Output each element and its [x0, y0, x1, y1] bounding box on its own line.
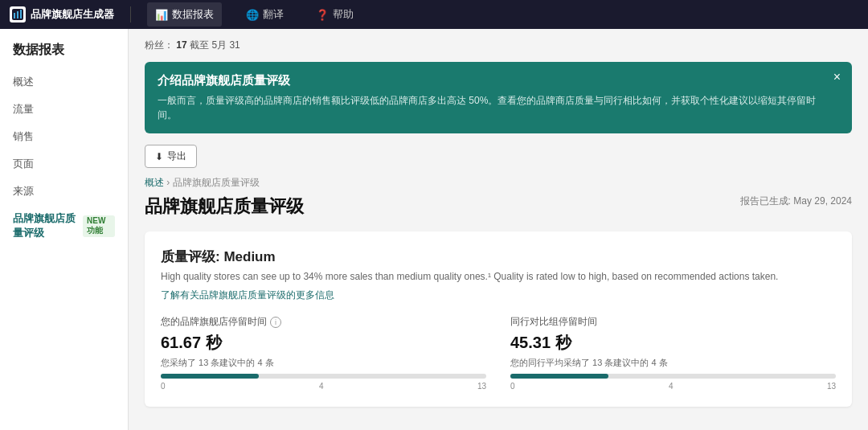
quality-rating-label: 质量评级:	[161, 249, 223, 264]
nav-item-label: 翻译	[263, 7, 284, 22]
progress-max: 13	[827, 382, 836, 391]
nav-item-icon: 🌐	[246, 9, 259, 21]
sidebar-item-sales[interactable]: 销售	[0, 123, 128, 150]
nav-item-data-report[interactable]: 📊 数据报表	[147, 2, 222, 27]
nav-divider	[130, 6, 131, 23]
nav-item-help[interactable]: ❓ 帮助	[308, 2, 362, 27]
sidebar: 数据报表 概述 流量 销售 页面 来源 品牌旗舰店质量评级 NEW功能	[0, 29, 129, 430]
top-navigation: 品牌旗舰店生成器 📊 数据报表 🌐 翻译 ❓ 帮助	[0, 0, 868, 29]
my-store-progress-fill	[161, 374, 259, 379]
sidebar-item-label: 页面	[13, 157, 34, 171]
followers-date: 截至 5月 31	[190, 39, 240, 51]
banner-close-button[interactable]: ×	[833, 70, 841, 84]
svg-rect-3	[20, 10, 22, 18]
peer-store-label-text: 同行对比组停留时间	[510, 315, 597, 329]
peer-store-label: 同行对比组停留时间	[510, 315, 836, 329]
quality-description: High quality stores can see up to 34% mo…	[161, 269, 836, 284]
banner-text: 一般而言，质量评级高的品牌商店的销售额比评级低的品牌商店多出高达 50%。查看您…	[158, 93, 820, 122]
nav-item-label: 数据报表	[172, 7, 214, 22]
sidebar-item-overview[interactable]: 概述	[0, 68, 128, 96]
nav-brand[interactable]: 品牌旗舰店生成器	[10, 6, 114, 23]
export-label: 导出	[167, 149, 186, 163]
quality-learn-more-link[interactable]: 了解有关品牌旗舰店质量评级的更多信息	[161, 289, 334, 302]
progress-min: 0	[161, 382, 166, 391]
intro-banner: 介绍品牌旗舰店质量评级 一般而言，质量评级高的品牌商店的销售额比评级低的品牌商店…	[145, 62, 852, 133]
main-layout: 数据报表 概述 流量 销售 页面 来源 品牌旗舰店质量评级 NEW功能 粉丝： …	[0, 29, 868, 430]
peer-store-progress-labels: 0 4 13	[510, 382, 836, 391]
svg-rect-2	[17, 11, 18, 18]
progress-marker: 4	[319, 382, 324, 391]
peer-store-value: 45.31 秒	[510, 332, 836, 354]
progress-max: 13	[477, 382, 486, 391]
progress-min: 0	[510, 382, 515, 391]
sidebar-item-traffic[interactable]: 流量	[0, 96, 128, 123]
breadcrumb: 概述 › 品牌旗舰店质量评级	[145, 176, 852, 190]
svg-rect-1	[14, 13, 15, 18]
metrics-row: 您的品牌旗舰店停留时间 i 61.67 秒 您采纳了 13 条建议中的 4 条 …	[161, 315, 836, 391]
my-store-progress-bar	[161, 374, 486, 379]
sidebar-item-label: 概述	[13, 75, 34, 89]
report-date: 报告已生成: May 29, 2024	[740, 195, 852, 208]
quality-rating-title: 质量评级: Medium	[161, 248, 836, 266]
breadcrumb-parent[interactable]: 概述	[145, 177, 164, 188]
export-button[interactable]: ⬇ 导出	[145, 145, 197, 168]
followers-label: 粉丝：	[145, 39, 174, 51]
sidebar-item-label: 流量	[13, 102, 34, 117]
toolbar: ⬇ 导出	[145, 145, 852, 168]
my-store-progress-labels: 0 4 13	[161, 382, 486, 391]
my-store-label: 您的品牌旗舰店停留时间 i	[161, 315, 486, 329]
nav-item-translate[interactable]: 🌐 翻译	[238, 2, 292, 27]
page-title: 品牌旗舰店质量评级	[145, 195, 304, 219]
nav-item-icon: 📊	[155, 9, 168, 21]
my-store-label-text: 您的品牌旗舰店停留时间	[161, 315, 267, 329]
peer-store-progress-bar	[510, 374, 836, 379]
main-content: 粉丝： 17 截至 5月 31 介绍品牌旗舰店质量评级 一般而言，质量评级高的品…	[129, 29, 868, 430]
my-store-metric: 您的品牌旗舰店停留时间 i 61.67 秒 您采纳了 13 条建议中的 4 条 …	[161, 315, 486, 391]
nav-item-icon: ❓	[316, 9, 329, 21]
followers-count: 17	[176, 39, 186, 51]
export-icon: ⬇	[155, 151, 163, 162]
progress-marker: 4	[669, 382, 674, 391]
quality-card: 质量评级: Medium High quality stores can see…	[145, 231, 852, 407]
brand-label: 品牌旗舰店生成器	[31, 7, 114, 22]
sidebar-item-quality[interactable]: 品牌旗舰店质量评级 NEW功能	[0, 205, 128, 247]
sidebar-item-source[interactable]: 来源	[0, 178, 128, 205]
peer-store-progress-fill	[510, 374, 608, 379]
breadcrumb-separator: ›	[166, 177, 172, 188]
my-store-value: 61.67 秒	[161, 332, 486, 354]
new-badge: NEW功能	[83, 215, 115, 237]
peer-store-subtitle: 您的同行平均采纳了 13 条建议中的 4 条	[510, 357, 836, 369]
my-store-info-icon[interactable]: i	[270, 317, 281, 328]
quality-rating-value: Medium	[223, 249, 275, 264]
brand-icon	[10, 6, 26, 23]
nav-item-label: 帮助	[333, 7, 354, 22]
page-header: 品牌旗舰店质量评级 报告已生成: May 29, 2024	[145, 195, 852, 219]
sidebar-item-label: 来源	[13, 184, 34, 199]
sidebar-item-label: 品牌旗舰店质量评级	[13, 211, 78, 240]
breadcrumb-current: 品牌旗舰店质量评级	[173, 177, 260, 188]
my-store-subtitle: 您采纳了 13 条建议中的 4 条	[161, 357, 486, 369]
sidebar-title: 数据报表	[0, 42, 128, 68]
sidebar-item-label: 销售	[13, 129, 34, 144]
sidebar-item-page[interactable]: 页面	[0, 150, 128, 178]
followers-bar: 粉丝： 17 截至 5月 31	[145, 39, 852, 52]
peer-store-metric: 同行对比组停留时间 45.31 秒 您的同行平均采纳了 13 条建议中的 4 条…	[510, 315, 836, 391]
banner-title: 介绍品牌旗舰店质量评级	[158, 73, 820, 88]
